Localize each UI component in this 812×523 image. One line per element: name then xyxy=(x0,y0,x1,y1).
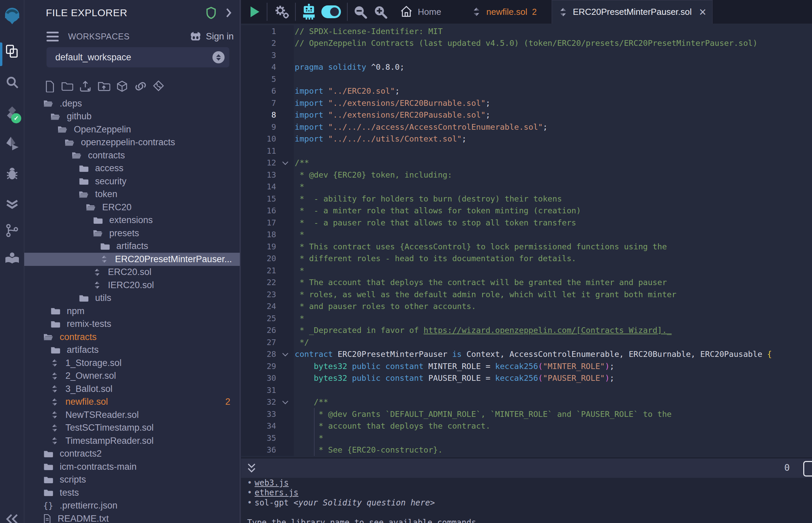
tree-item-access[interactable]: access xyxy=(24,162,240,175)
code-line-8[interactable]: 8import "../extensions/ERC20Pausable.sol… xyxy=(241,109,812,121)
code-line-14[interactable]: 14 * xyxy=(241,181,812,193)
tree-item-contracts[interactable]: contracts xyxy=(24,330,240,344)
workspace-select[interactable]: default_workspace xyxy=(47,47,229,67)
plugins-icon[interactable] xyxy=(0,250,24,266)
tab-erc20presetminterpauser-sol[interactable]: ERC20PresetMinterPauser.sol × xyxy=(552,0,713,23)
tree-item-1-storage-sol[interactable]: 1_Storage.sol xyxy=(24,357,240,370)
tree-item--prettierrc-json[interactable]: {}.prettierrc.json xyxy=(24,500,240,512)
code-line-35[interactable]: 35 * xyxy=(241,432,812,444)
code-line-34[interactable]: 34 * account that deploys the contract. xyxy=(241,420,812,432)
code-line-31[interactable]: 31 xyxy=(241,384,812,396)
tree-item-contracts2[interactable]: contracts2 xyxy=(24,448,240,461)
code-line-10[interactable]: 10import "../../../utils/Context.sol"; xyxy=(241,133,812,145)
terminal-link[interactable]: web3.js xyxy=(254,478,289,488)
workspace-menu-icon[interactable] xyxy=(47,32,59,41)
code-line-13[interactable]: 13 * @dev {ERC20} token, including: xyxy=(241,169,812,181)
code-line-16[interactable]: 16 * - a minter role that allows for tok… xyxy=(241,205,812,217)
code-line-20[interactable]: 20 * different roles - head to its docum… xyxy=(241,253,812,265)
tree-item-3-ballot-sol[interactable]: 3_Ballot.sol xyxy=(24,382,240,396)
tree-item-openzeppelin[interactable]: OpenZeppelin xyxy=(24,123,240,136)
new-file-icon[interactable] xyxy=(45,80,55,92)
import-from-link-icon[interactable] xyxy=(134,80,147,92)
code-line-4[interactable]: 4pragma solidity ^0.8.0; xyxy=(241,61,812,73)
tree-item-remix-tests[interactable]: remix-tests xyxy=(24,318,240,331)
tab-newfile-sol[interactable]: newfile.sol 2 xyxy=(465,0,543,23)
expand-panel-icon[interactable] xyxy=(225,7,232,19)
code-line-29[interactable]: 29 bytes32 public constant MINTER_ROLE =… xyxy=(241,360,812,372)
code-line-11[interactable]: 11 xyxy=(241,145,812,157)
code-line-27[interactable]: 27 */ xyxy=(241,336,812,348)
unit-testing-icon[interactable] xyxy=(0,196,24,212)
code-line-25[interactable]: 25 * xyxy=(241,312,812,325)
git-icon[interactable] xyxy=(0,223,24,238)
code-line-32[interactable]: 32 /** xyxy=(241,396,812,409)
tree-item-timestampreader-sol[interactable]: TimestampReader.sol xyxy=(24,434,240,448)
solidity-compiler-icon[interactable]: ✓ xyxy=(0,105,24,121)
code-line-18[interactable]: 18 * xyxy=(241,229,812,241)
terminal-collapse-icon[interactable] xyxy=(246,462,257,474)
collapse-sidebar-icon[interactable] xyxy=(0,513,24,523)
code-line-2[interactable]: 2// OpenZeppelin Contracts (last updated… xyxy=(241,37,812,50)
code-line-33[interactable]: 33 * @dev Grants `DEFAULT_ADMIN_ROLE`, `… xyxy=(241,408,812,420)
clone-git-repository-icon[interactable] xyxy=(153,80,164,92)
tree-item-token[interactable]: token xyxy=(24,188,240,201)
upload-file-icon[interactable] xyxy=(79,80,92,92)
tree-item-testsctimestamp-sol[interactable]: TestSCTimestamp.sol xyxy=(24,421,240,435)
tree-item-newtsreader-sol[interactable]: NewTSReader.sol xyxy=(24,409,240,421)
code-line-36[interactable]: 36 * See {ERC20-constructor}. xyxy=(241,444,812,456)
github-sign-in[interactable]: Sign in xyxy=(190,31,234,42)
tree-item-artifacts[interactable]: artifacts xyxy=(24,240,240,253)
tree-item-openzeppelin-contracts[interactable]: openzeppelin-contracts xyxy=(24,136,240,149)
code-line-24[interactable]: 24 * and pauser roles to other accounts. xyxy=(241,301,812,313)
tree-item-artifacts[interactable]: artifacts xyxy=(24,344,240,357)
fold-chevron-icon[interactable] xyxy=(282,400,289,405)
tree-item-security[interactable]: security xyxy=(24,175,240,188)
fold-chevron-icon[interactable] xyxy=(282,160,289,166)
code-line-21[interactable]: 21 * xyxy=(241,265,812,277)
ai-assistant-icon[interactable] xyxy=(302,3,316,20)
terminal-link[interactable]: ethers.js xyxy=(254,488,298,498)
tree-item-contracts[interactable]: contracts xyxy=(24,149,240,162)
tree-item-icm-contracts-main[interactable]: icm-contracts-main xyxy=(24,460,240,473)
run-script-icon[interactable] xyxy=(250,6,259,17)
code-line-23[interactable]: 23 * roles, as well as the default admin… xyxy=(241,288,812,301)
code-line-9[interactable]: 9import "../../../access/AccessControlEn… xyxy=(241,121,812,133)
code-line-19[interactable]: 19 * This contract uses {AccessControl} … xyxy=(241,240,812,253)
code-line-5[interactable]: 5 xyxy=(241,73,812,85)
terminal-search-input[interactable] xyxy=(803,461,812,476)
code-line-26[interactable]: 26 * _Deprecated in favor of https://wiz… xyxy=(241,325,812,337)
code-line-1[interactable]: 1// SPDX-License-Identifier: MIT xyxy=(241,25,812,37)
zoom-out-icon[interactable] xyxy=(352,4,368,20)
tree-item-presets[interactable]: presets xyxy=(24,227,240,240)
code-line-22[interactable]: 22 * The account that deploys the contra… xyxy=(241,277,812,289)
tree-item-utils[interactable]: utils xyxy=(24,292,240,305)
code-editor[interactable]: 1// SPDX-License-Identifier: MIT2// Open… xyxy=(241,23,812,459)
tree-item-ierc20-sol[interactable]: IERC20.sol xyxy=(24,279,240,292)
upload-folder-icon[interactable] xyxy=(98,80,110,92)
tree-item-extensions[interactable]: extensions xyxy=(24,214,240,227)
code-line-30[interactable]: 30 bytes32 public constant PAUSER_ROLE =… xyxy=(241,372,812,384)
compile-settings-icon[interactable] xyxy=(273,4,290,20)
tree-item-erc20[interactable]: ERC20 xyxy=(24,201,240,214)
deploy-run-icon[interactable] xyxy=(0,136,24,151)
code-line-15[interactable]: 15 * - ability for holders to burn (dest… xyxy=(241,193,812,205)
code-line-28[interactable]: 28contract ERC20PresetMinterPauser is Co… xyxy=(241,348,812,361)
tree-item--deps[interactable]: .deps xyxy=(24,97,240,110)
code-line-6[interactable]: 6import "../ERC20.sol"; xyxy=(241,85,812,97)
tree-item-erc20-sol[interactable]: ERC20.sol xyxy=(24,266,240,279)
zoom-in-icon[interactable] xyxy=(373,4,388,20)
ai-copilot-toggle[interactable] xyxy=(321,5,341,18)
tree-item-2-owner-sol[interactable]: 2_Owner.sol xyxy=(24,370,240,383)
code-line-12[interactable]: 12/** xyxy=(241,157,812,169)
file-explorer-icon[interactable] xyxy=(0,44,24,59)
fold-chevron-icon[interactable] xyxy=(282,352,289,357)
tree-item-scripts[interactable]: scripts xyxy=(24,473,240,487)
tree-item-erc20presetminterpauser-[interactable]: ERC20PresetMinterPauser... xyxy=(24,253,240,266)
code-line-17[interactable]: 17 * - a pauser role that allows to stop… xyxy=(241,217,812,229)
new-folder-icon[interactable] xyxy=(61,80,73,92)
tree-item-github[interactable]: github xyxy=(24,110,240,123)
code-line-3[interactable]: 3 xyxy=(241,49,812,61)
tree-item-tests[interactable]: tests xyxy=(24,486,240,500)
tree-item-newfile-sol[interactable]: newfile.sol2 xyxy=(24,396,240,409)
debugger-icon[interactable] xyxy=(0,166,24,181)
